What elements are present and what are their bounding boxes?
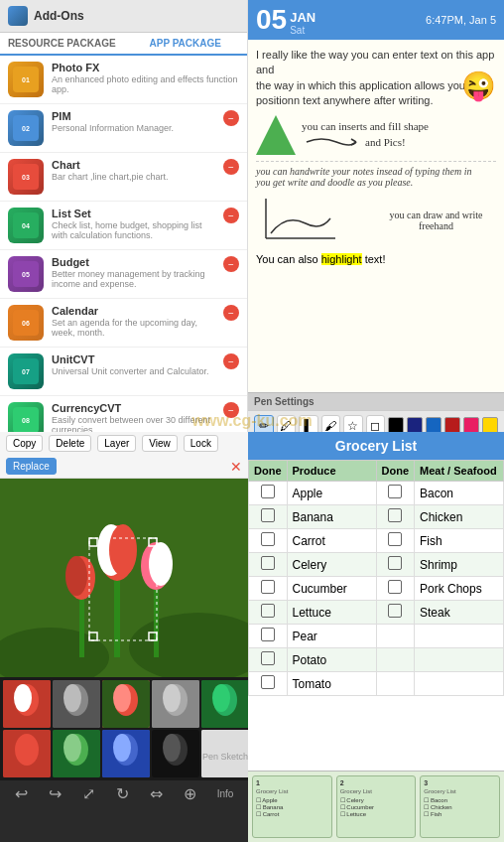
meat-name: Fish	[415, 529, 504, 553]
close-photo-button[interactable]: ✕	[230, 459, 242, 475]
rotate-icon[interactable]: ↻	[116, 784, 129, 803]
pen-tool-brush[interactable]: 🖌	[321, 415, 341, 432]
produce-checkbox[interactable]	[261, 651, 275, 665]
thumbnail-7[interactable]	[53, 730, 100, 777]
preview-card-3[interactable]: 3 Grocery List ☐ Bacon☐ Chicken☐ Fish	[420, 775, 500, 838]
produce-checkbox[interactable]	[261, 556, 275, 570]
delete-button[interactable]: Delete	[49, 435, 91, 452]
copy-button[interactable]: Copy	[6, 435, 43, 452]
produce-checkbox[interactable]	[261, 532, 275, 546]
table-row: CeleryShrimp	[249, 553, 504, 577]
meat-name	[415, 672, 504, 696]
thumbnail-3[interactable]	[102, 680, 150, 728]
pen-tool-highlighter[interactable]: ☆	[343, 415, 363, 432]
meat-checkbox[interactable]	[388, 580, 402, 594]
graph-area: Month	[256, 194, 376, 247]
table-row: Tomato	[249, 672, 504, 696]
meat-checkbox[interactable]	[388, 508, 402, 522]
produce-checkbox[interactable]	[261, 508, 275, 522]
header-done-produce: Done	[249, 461, 288, 482]
thumbnail-5[interactable]	[201, 680, 248, 728]
date-month: JAN	[290, 10, 315, 25]
replace-button[interactable]: Replace	[6, 458, 57, 475]
svg-point-45	[63, 684, 81, 712]
addon-remove-06[interactable]: −	[223, 305, 239, 321]
produce-checkbox[interactable]	[261, 628, 275, 641]
addon-text-08: CurrencyCVT Easily convert between over …	[52, 402, 219, 432]
grocery-panel: Grocery List Done Produce Done Meat / Se…	[248, 432, 504, 842]
grocery-title: Grocery List	[335, 438, 417, 454]
produce-name: Apple	[287, 482, 376, 505]
addon-desc-02: Personal Information Manager.	[52, 123, 219, 133]
photo-main-image[interactable]	[0, 479, 248, 677]
color-darkblue[interactable]	[407, 417, 423, 432]
thumbnail-9[interactable]	[152, 730, 199, 777]
svg-text:04: 04	[22, 222, 30, 229]
addon-remove-07[interactable]: −	[223, 353, 239, 369]
pen-tool-pen[interactable]: 🖊	[277, 415, 297, 432]
produce-checkbox[interactable]	[261, 485, 275, 498]
svg-line-17	[351, 139, 356, 142]
preview-card-1[interactable]: 1 Grocery List ☐ Apple☐ Banana☐ Carrot	[252, 775, 332, 838]
meat-checkbox[interactable]	[388, 532, 402, 546]
thumbnail-6[interactable]	[3, 730, 51, 777]
layer-button[interactable]: Layer	[97, 435, 136, 452]
color-pink[interactable]	[463, 417, 479, 432]
produce-checkbox[interactable]	[261, 580, 275, 594]
addon-desc-01: An enhanced photo editing and effects fu…	[52, 74, 239, 94]
resize-icon[interactable]: ⤢	[82, 784, 95, 803]
note-content[interactable]: I really like the way you can enter text…	[248, 40, 504, 392]
pen-tool-marker[interactable]: ▌	[299, 415, 318, 432]
view-button[interactable]: View	[142, 435, 178, 452]
svg-text:03: 03	[22, 174, 30, 181]
thumbnail-4[interactable]	[152, 680, 199, 728]
addon-icon-01: 01	[8, 62, 44, 97]
expand-icon[interactable]: ⊕	[184, 784, 196, 803]
table-row: BananaChicken	[249, 505, 504, 529]
produce-name: Cucumber	[287, 577, 376, 601]
addon-remove-05[interactable]: −	[223, 256, 239, 272]
thumbnail-1[interactable]	[3, 680, 51, 728]
color-blue[interactable]	[426, 417, 441, 432]
addon-text-05: Budget Better money management by tracki…	[52, 256, 219, 289]
pen-tool-pencil[interactable]: ✏	[254, 415, 274, 432]
list-item: 05 Budget Better money management by tra…	[0, 250, 247, 299]
note-line1: I really like the way you can enter text…	[256, 48, 496, 109]
produce-checkbox[interactable]	[261, 675, 275, 689]
photo-panel: Copy Delete Layer View Lock Replace ✕	[0, 432, 248, 842]
addon-remove-04[interactable]: −	[223, 208, 239, 223]
list-item: 08 CurrencyCVT Easily convert between ov…	[0, 396, 247, 432]
thumbnail-10[interactable]: Pen Sketch	[201, 730, 248, 777]
list-item: 02 PIM Personal Information Manager. −	[0, 104, 247, 153]
thumbnail-8[interactable]	[102, 730, 150, 777]
meat-name: Steak	[415, 601, 504, 625]
preview-card-2[interactable]: 2 Grocery List ☐ Celery☐ Cucumber☐ Lettu…	[336, 775, 417, 838]
color-black[interactable]	[388, 417, 404, 432]
flip-icon[interactable]: ⇔	[150, 784, 163, 803]
undo-icon[interactable]: ↩	[15, 784, 28, 803]
addon-remove-08[interactable]: −	[223, 402, 239, 418]
addon-icon-08: 08	[8, 402, 44, 432]
addon-desc-06: Set an agenda for the upcoming day, week…	[52, 318, 219, 338]
thumbnail-2[interactable]	[53, 680, 100, 728]
produce-name: Lettuce	[287, 601, 376, 625]
addon-name-04: List Set	[52, 208, 219, 219]
addon-remove-03[interactable]: −	[223, 159, 239, 175]
color-yellow[interactable]	[482, 417, 498, 432]
tab-app[interactable]: APP PACKAGE	[124, 33, 248, 56]
addon-name-01: Photo FX	[52, 62, 239, 73]
addon-text-06: Calendar Set an agenda for the upcoming …	[52, 305, 219, 338]
lock-button[interactable]: Lock	[184, 435, 218, 452]
svg-point-51	[163, 684, 181, 712]
addon-remove-02[interactable]: −	[223, 110, 239, 126]
color-darkred[interactable]	[444, 417, 460, 432]
meat-checkbox[interactable]	[388, 556, 402, 570]
pen-tool-eraser[interactable]: ◻	[366, 415, 386, 432]
arrow-row: you can inserts and fill shape and Pics!	[256, 115, 496, 155]
produce-checkbox[interactable]	[261, 604, 275, 618]
meat-checkbox[interactable]	[388, 485, 402, 498]
info-label[interactable]: Info	[217, 788, 234, 799]
meat-checkbox[interactable]	[388, 604, 402, 618]
redo-icon[interactable]: ↪	[49, 784, 62, 803]
tab-resource[interactable]: RESOURCE PACKAGE	[0, 33, 124, 54]
